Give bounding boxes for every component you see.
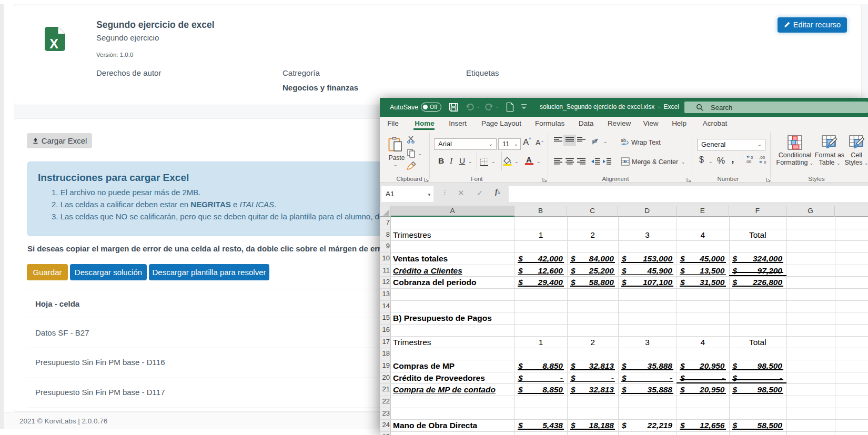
svg-text:ab: ab <box>621 138 626 143</box>
svg-text:.00: .00 <box>745 159 752 164</box>
svg-text:X: X <box>49 36 58 51</box>
svg-text:ab: ab <box>592 138 597 144</box>
